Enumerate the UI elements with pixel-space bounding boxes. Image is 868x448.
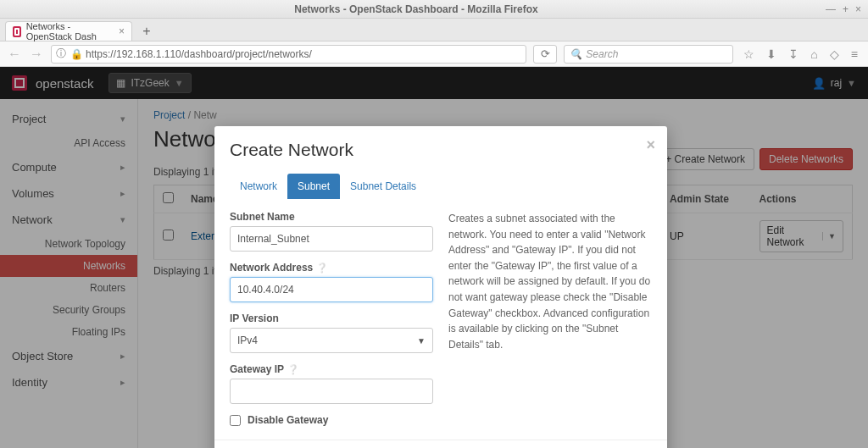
disable-gateway-checkbox[interactable]: Disable Gateway xyxy=(230,414,433,426)
ip-version-value: IPv4 xyxy=(237,335,258,346)
browser-tab-bar: Networks - OpenStack Dash × + xyxy=(0,19,868,41)
tab-subnet-details[interactable]: Subnet Details xyxy=(340,174,426,199)
search-placeholder: Search xyxy=(586,48,618,60)
url-input[interactable]: ⓘ 🔒 https://192.168.1.110/dashboard/proj… xyxy=(51,45,526,64)
nav-back-icon[interactable]: ← xyxy=(7,47,22,62)
favicon-icon xyxy=(13,26,21,37)
address-bar: ← → ⓘ 🔒 https://192.168.1.110/dashboard/… xyxy=(0,41,868,67)
browser-search-input[interactable]: 🔍 Search xyxy=(564,45,733,64)
tab-network[interactable]: Network xyxy=(230,174,287,199)
search-icon: 🔍 xyxy=(570,48,582,60)
tab-close-icon[interactable]: × xyxy=(119,25,125,37)
gateway-ip-input[interactable] xyxy=(230,379,433,404)
help-icon[interactable]: ❔ xyxy=(287,364,299,375)
gateway-ip-label: Gateway IP xyxy=(230,363,284,375)
os-close-icon[interactable]: × xyxy=(855,3,861,15)
download2-icon[interactable]: ↧ xyxy=(788,47,798,61)
create-network-modal: Create Network × Network Subnet Subnet D… xyxy=(214,126,667,448)
star-icon[interactable]: ☆ xyxy=(743,47,754,61)
new-tab-button[interactable]: + xyxy=(137,24,156,41)
lock-icon: 🔒 xyxy=(70,48,82,60)
nav-forward-icon[interactable]: → xyxy=(29,47,44,62)
modal-tabs: Network Subnet Subnet Details xyxy=(214,167,667,199)
browser-tab[interactable]: Networks - OpenStack Dash × xyxy=(5,21,132,41)
disable-gateway-input[interactable] xyxy=(230,415,241,426)
network-address-input[interactable] xyxy=(230,277,433,302)
os-window-title: Networks - OpenStack Dashboard - Mozilla… xyxy=(7,3,826,15)
subnet-name-input[interactable] xyxy=(230,226,433,252)
help-icon[interactable]: ❔ xyxy=(316,263,328,274)
modal-help-text: Creates a subnet associated with the net… xyxy=(448,211,652,426)
download-icon[interactable]: ⬇ xyxy=(766,47,776,61)
menu-icon[interactable]: ≡ xyxy=(851,47,858,61)
modal-title: Create Network xyxy=(230,140,652,160)
info-icon: ⓘ xyxy=(55,47,67,61)
tab-subnet[interactable]: Subnet xyxy=(287,174,340,199)
disable-gateway-label: Disable Gateway xyxy=(248,414,328,426)
ip-version-label: IP Version xyxy=(230,312,433,324)
pocket-icon[interactable]: ◇ xyxy=(830,47,839,61)
subnet-name-label: Subnet Name xyxy=(230,211,433,223)
os-min-icon[interactable]: — xyxy=(826,3,836,15)
os-max-icon[interactable]: + xyxy=(843,3,849,15)
chevron-down-icon: ▼ xyxy=(417,336,426,346)
modal-close-icon[interactable]: × xyxy=(646,136,655,154)
url-text: https://192.168.1.110/dashboard/project/… xyxy=(86,48,522,60)
tab-title: Networks - OpenStack Dash xyxy=(26,21,114,41)
reload-button[interactable]: ⟳ xyxy=(533,45,557,64)
ip-version-select[interactable]: IPv4 ▼ xyxy=(230,328,433,353)
home-icon[interactable]: ⌂ xyxy=(810,47,817,61)
os-titlebar: Networks - OpenStack Dashboard - Mozilla… xyxy=(0,0,868,19)
page-content: openstack ▦ ITzGeek ▼ 👤 raj ▼ Project ▾ … xyxy=(0,67,868,448)
network-address-label: Network Address xyxy=(230,262,313,274)
